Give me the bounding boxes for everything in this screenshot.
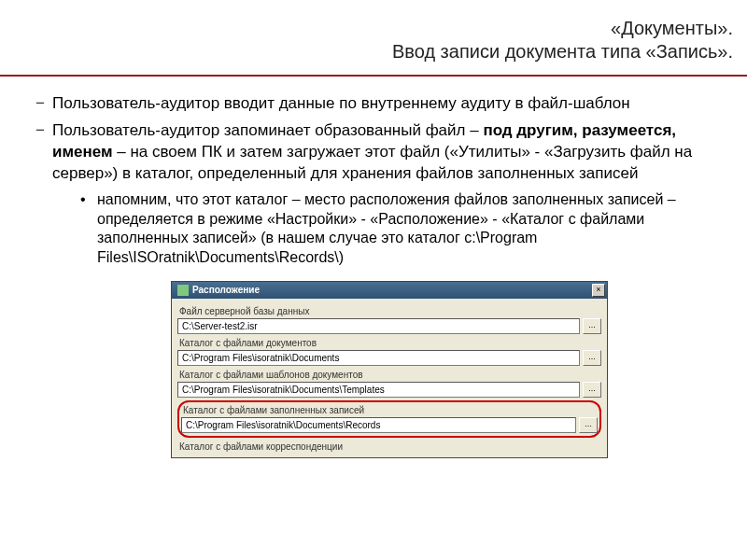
label-documents: Каталог с файлами документов (179, 338, 601, 348)
sub-bullet-1-text: напомним, что этот каталог – место распо… (97, 191, 676, 265)
input-documents[interactable]: C:\Program Files\isoratnik\Documents (177, 350, 580, 366)
heading-line-2: Ввод записи документа типа «Запись». (0, 40, 733, 63)
label-records: Каталог с файлами заполненных записей (183, 405, 598, 415)
dialog-title: Расположение (192, 285, 592, 295)
bullet-1: Пользователь-аудитор вводит данные по вн… (35, 93, 721, 115)
highlight-records: Каталог с файлами заполненных записей C:… (177, 400, 601, 438)
field-templates: Каталог с файлами шаблонов документов C:… (177, 370, 601, 398)
field-server-db: Файл серверной базы данных C:\Server-tes… (177, 306, 601, 334)
content: Пользователь-аудитор вводит данные по вн… (0, 93, 747, 458)
dialog-titlebar: Расположение × (172, 282, 607, 299)
input-records[interactable]: C:\Program Files\isoratnik\Documents\Rec… (181, 417, 576, 433)
bullet-1-text: Пользователь-аудитор вводит данные по вн… (52, 94, 630, 112)
dialog-icon (177, 285, 189, 296)
bullet-2-text-a: Пользователь-аудитор запоминает образова… (52, 121, 483, 139)
bullet-2: Пользователь-аудитор запоминает образова… (35, 120, 721, 268)
close-button[interactable]: × (592, 284, 605, 297)
location-dialog: Расположение × Файл серверной базы данны… (171, 281, 608, 458)
input-server-db[interactable]: C:\Server-test2.isr (177, 318, 580, 334)
browse-templates[interactable]: ... (583, 382, 601, 398)
label-server-db: Файл серверной базы данных (179, 306, 601, 316)
dialog-body: Файл серверной базы данных C:\Server-tes… (172, 299, 607, 457)
label-templates: Каталог с файлами шаблонов документов (179, 370, 601, 380)
heading-line-1: «Документы». (0, 17, 733, 40)
sub-bullet-1: напомним, что этот каталог – место распо… (80, 190, 721, 268)
slide-heading: «Документы». Ввод записи документа типа … (0, 0, 747, 69)
input-templates[interactable]: C:\Program Files\isoratnik\Documents\Tem… (177, 382, 580, 398)
browse-records[interactable]: ... (579, 417, 598, 433)
field-documents: Каталог с файлами документов C:\Program … (177, 338, 601, 366)
browse-documents[interactable]: ... (583, 350, 601, 366)
bullet-2-text-b: – на своем ПК и затем загружает этот фай… (52, 143, 692, 182)
label-correspondence: Каталог с файлами корреспонденции (179, 441, 601, 452)
field-correspondence: Каталог с файлами корреспонденции (177, 441, 601, 452)
heading-rule (0, 75, 747, 77)
browse-server-db[interactable]: ... (583, 318, 601, 334)
